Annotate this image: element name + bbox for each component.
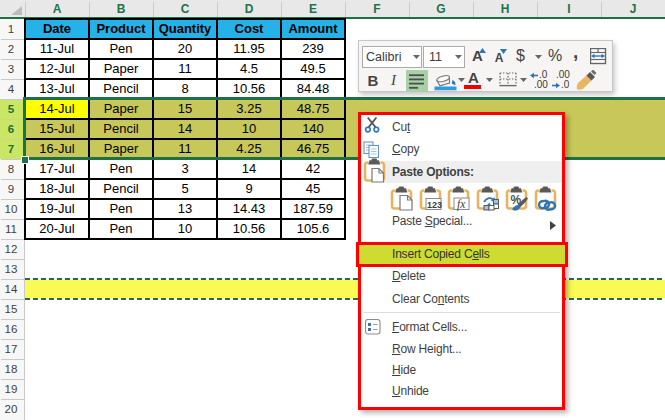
svg-text:fx: fx [457, 198, 466, 211]
svg-text:123: 123 [427, 200, 442, 210]
